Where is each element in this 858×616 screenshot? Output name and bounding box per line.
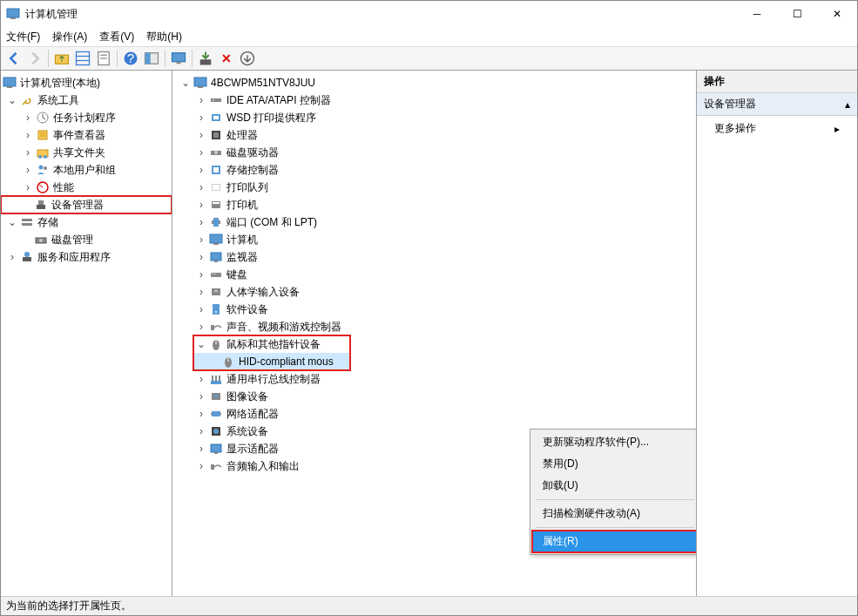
- device-category[interactable]: ›WSD 打印提供程序: [172, 109, 696, 126]
- device-root[interactable]: ⌄4BCWPM51NTV8JUU: [172, 74, 696, 91]
- svg-text:?: ?: [127, 51, 134, 65]
- chevron-right-icon[interactable]: ›: [195, 303, 207, 315]
- ctx-scan-hardware[interactable]: 扫描检测硬件改动(A): [532, 503, 697, 525]
- more-icon[interactable]: [238, 49, 257, 68]
- close-button[interactable]: ✕: [817, 1, 857, 27]
- chevron-right-icon[interactable]: ›: [195, 460, 207, 472]
- device-category[interactable]: ›网络适配器: [172, 405, 696, 423]
- chevron-right-icon[interactable]: ›: [195, 321, 207, 333]
- device-category[interactable]: ›计算机: [172, 231, 696, 248]
- chevron-right-icon[interactable]: ›: [195, 251, 207, 263]
- chevron-right-icon[interactable]: ›: [195, 286, 207, 298]
- chevron-down-icon[interactable]: ⌄: [195, 338, 207, 350]
- chevron-right-icon[interactable]: ›: [195, 164, 207, 176]
- device-category[interactable]: ›图像设备: [172, 388, 696, 405]
- scan-hardware-icon[interactable]: [196, 49, 215, 68]
- chevron-down-icon[interactable]: ⌄: [6, 216, 18, 228]
- tree-device-manager[interactable]: 设备管理器: [1, 196, 172, 213]
- device-category[interactable]: ›端口 (COM 和 LPT): [172, 213, 696, 231]
- back-button[interactable]: [4, 49, 24, 68]
- chevron-right-icon[interactable]: ›: [22, 146, 34, 159]
- tree-sys-tools[interactable]: ⌄ 系统工具: [1, 91, 172, 109]
- svg-rect-75: [211, 413, 213, 415]
- tree-label: 性能: [53, 180, 74, 195]
- forward-button[interactable]: [25, 49, 44, 68]
- menu-view[interactable]: 查看(V): [99, 30, 134, 44]
- tree-label: 4BCWPM51NTV8JUU: [211, 77, 315, 89]
- device-category[interactable]: ›声音、视频和游戏控制器: [172, 318, 696, 335]
- ctx-disable[interactable]: 禁用(D): [532, 453, 697, 475]
- tree-item[interactable]: ›任务计划程序: [1, 109, 172, 126]
- chevron-down-icon[interactable]: ⌄: [179, 77, 192, 89]
- tree-item[interactable]: ›本地用户和组: [1, 161, 172, 179]
- tree-label: 本地用户和组: [53, 163, 116, 178]
- chevron-right-icon[interactable]: ›: [195, 425, 207, 437]
- help-icon[interactable]: ?: [121, 49, 140, 68]
- folder-up-icon[interactable]: [52, 49, 71, 68]
- chevron-right-icon[interactable]: ›: [195, 408, 207, 420]
- maximize-button[interactable]: ☐: [777, 1, 817, 27]
- tree-root[interactable]: 计算机管理(本地): [1, 74, 172, 91]
- chevron-right-icon[interactable]: ›: [195, 181, 207, 193]
- view-icon[interactable]: [142, 49, 161, 68]
- list-icon[interactable]: [73, 49, 92, 68]
- chevron-right-icon[interactable]: ›: [195, 199, 207, 211]
- left-tree-pane[interactable]: 计算机管理(本地) ⌄ 系统工具 ›任务计划程序 ›事件查看器 ›共享文件夹 ›…: [1, 71, 172, 596]
- device-category[interactable]: ›通用串行总线控制器: [172, 370, 696, 388]
- tree-label: IDE ATA/ATAPI 控制器: [226, 93, 331, 108]
- device-tree-pane[interactable]: ⌄4BCWPM51NTV8JUU ›IDE ATA/ATAPI 控制器›WSD …: [172, 71, 697, 596]
- ctx-update-driver[interactable]: 更新驱动程序软件(P)...: [532, 431, 697, 453]
- delete-icon[interactable]: ✕: [217, 49, 236, 68]
- chevron-right-icon[interactable]: ›: [195, 112, 207, 124]
- svg-rect-14: [177, 62, 181, 64]
- device-hid-mouse[interactable]: HID-compliant mous: [193, 353, 350, 370]
- chevron-right-icon[interactable]: ›: [195, 443, 207, 455]
- minimize-button[interactable]: ─: [737, 1, 777, 27]
- tree-item[interactable]: 磁盘管理: [1, 231, 172, 248]
- tree-item[interactable]: ›性能: [1, 179, 172, 196]
- monitor-icon[interactable]: [169, 49, 188, 68]
- device-category[interactable]: ›IDE ATA/ATAPI 控制器: [172, 91, 696, 109]
- ctx-uninstall[interactable]: 卸载(U): [532, 475, 697, 497]
- tree-storage[interactable]: ⌄存储: [1, 213, 172, 231]
- chevron-right-icon[interactable]: ›: [22, 112, 34, 124]
- device-category[interactable]: ›键盘: [172, 266, 696, 283]
- chevron-right-icon[interactable]: ›: [195, 129, 207, 141]
- titlebar[interactable]: 计算机管理 ─ ☐ ✕: [1, 1, 857, 27]
- device-category[interactable]: ›监视器: [172, 248, 696, 266]
- tree-services[interactable]: ›服务和应用程序: [1, 248, 172, 266]
- svg-rect-76: [220, 413, 221, 415]
- chevron-right-icon[interactable]: ›: [6, 251, 18, 263]
- actions-context[interactable]: 设备管理器 ▴: [697, 93, 857, 116]
- tree-item[interactable]: ›共享文件夹: [1, 144, 172, 161]
- chevron-right-icon[interactable]: ›: [22, 164, 34, 176]
- device-category[interactable]: ›磁盘驱动器: [172, 144, 696, 161]
- chevron-right-icon[interactable]: ›: [195, 216, 207, 228]
- tree-label: 设备管理器: [51, 198, 104, 213]
- ctx-properties[interactable]: 属性(R): [532, 531, 697, 552]
- collapse-icon[interactable]: ▴: [845, 98, 850, 111]
- separator: [536, 527, 694, 528]
- device-category[interactable]: ›存储控制器: [172, 161, 696, 179]
- device-category[interactable]: ›处理器: [172, 126, 696, 144]
- chevron-right-icon[interactable]: ›: [195, 373, 207, 385]
- device-category[interactable]: ›打印机: [172, 196, 696, 213]
- chevron-right-icon[interactable]: ›: [22, 129, 34, 141]
- menu-file[interactable]: 文件(F): [6, 30, 40, 44]
- actions-more[interactable]: 更多操作 ▸: [697, 116, 857, 141]
- chevron-right-icon[interactable]: ›: [195, 146, 207, 159]
- device-category[interactable]: ›软件设备: [172, 301, 696, 318]
- properties-icon[interactable]: [94, 49, 113, 68]
- device-category[interactable]: ›人体学输入设备: [172, 283, 696, 301]
- chevron-right-icon[interactable]: ›: [195, 268, 207, 281]
- tree-item[interactable]: ›事件查看器: [1, 126, 172, 144]
- menu-action[interactable]: 操作(A): [52, 30, 87, 44]
- device-category[interactable]: ›打印队列: [172, 179, 696, 196]
- chevron-right-icon[interactable]: ›: [195, 390, 207, 403]
- chevron-right-icon[interactable]: ›: [22, 181, 34, 193]
- chevron-right-icon[interactable]: ›: [195, 94, 207, 106]
- menu-help[interactable]: 帮助(H): [146, 30, 182, 44]
- chevron-right-icon[interactable]: ›: [195, 234, 207, 246]
- device-category-mouse[interactable]: ⌄鼠标和其他指针设备: [193, 335, 350, 353]
- chevron-down-icon[interactable]: ⌄: [6, 94, 18, 106]
